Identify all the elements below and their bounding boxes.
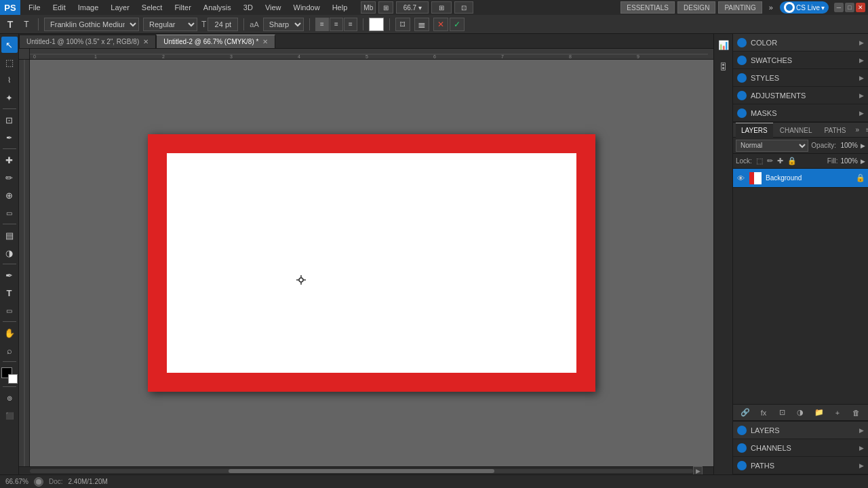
channels-list-panel-item[interactable]: CHANNELS ▶ [733, 439, 868, 457]
paths-list-arrow[interactable]: ▶ [859, 462, 864, 469]
tool-zoom[interactable]: ⌕ [1, 342, 18, 359]
layer-mask-button[interactable]: ⊡ [776, 407, 788, 419]
swatches-expand-arrow[interactable]: ▶ [859, 57, 864, 64]
anti-alias-select[interactable]: Sharp Smooth Strong Crisp None [263, 18, 304, 31]
tab-channel[interactable]: CHANNEL [774, 123, 818, 138]
scroll-right-arrow[interactable]: ▶ [693, 466, 703, 475]
lock-all-icon[interactable]: 🔒 [787, 157, 797, 165]
view-mode-btn[interactable]: ⊞ [431, 1, 452, 14]
layer-visibility-icon[interactable]: 👁 [736, 174, 745, 183]
window-close[interactable]: ✕ [856, 3, 865, 12]
tool-move[interactable]: ↖ [1, 37, 18, 53]
menu-file[interactable]: File [23, 2, 46, 13]
tool-heal[interactable]: ✚ [1, 152, 18, 168]
delete-layer-button[interactable]: 🗑 [850, 407, 862, 419]
tab2-close[interactable]: ✕ [262, 39, 268, 45]
panel-styles[interactable]: STYLES ▶ [733, 69, 868, 87]
panel-swatches[interactable]: SWATCHES ▶ [733, 52, 868, 69]
menu-select[interactable]: Select [136, 2, 168, 13]
menu-help[interactable]: Help [327, 2, 353, 13]
lock-pixels-icon[interactable]: ✏ [767, 157, 773, 165]
menu-filter[interactable]: Filter [169, 2, 196, 13]
tool-eyedropper[interactable]: ✒ [1, 129, 18, 146]
tab-paths[interactable]: PATHS [819, 123, 852, 138]
menu-window[interactable]: Window [288, 2, 326, 13]
status-icon[interactable] [34, 477, 43, 487]
toolbar-mb-icon[interactable]: Mb [361, 1, 376, 14]
fg-bg-colors[interactable] [1, 367, 18, 384]
opacity-arrow[interactable]: ▶ [861, 142, 865, 149]
tab-untitled2[interactable]: Untitled-2 @ 66.7% (CMYK/8) * ✕ [156, 35, 275, 48]
adjustments-expand-arrow[interactable]: ▶ [859, 92, 864, 99]
menu-3d[interactable]: 3D [238, 2, 258, 13]
adjustments-icon-btn[interactable]: 🎛 [715, 58, 732, 75]
panel-adjustments[interactable]: ADJUSTMENTS ▶ [733, 87, 868, 104]
styles-expand-arrow[interactable]: ▶ [859, 75, 864, 81]
confirm-button[interactable]: ✓ [450, 18, 465, 31]
new-layer-button[interactable]: + [831, 407, 844, 419]
layers-panel-menu[interactable]: ≡ [863, 125, 868, 135]
font-style-select[interactable]: Regular [143, 18, 197, 31]
menu-view[interactable]: View [260, 2, 287, 13]
menu-image[interactable]: Image [73, 2, 104, 13]
histogram-icon-btn[interactable]: 📊 [715, 37, 732, 53]
tab-layers[interactable]: LAYERS [736, 123, 773, 138]
blend-mode-select[interactable]: Normal Multiply Screen [736, 140, 808, 152]
window-maximize[interactable]: □ [845, 3, 854, 12]
opacity-value[interactable]: 100% [839, 142, 858, 149]
workspace-essentials[interactable]: ESSENTIALS [620, 1, 675, 14]
panel-masks[interactable]: MASKS ▶ [733, 104, 868, 122]
tool-type[interactable]: T [1, 285, 18, 301]
tab1-close[interactable]: ✕ [143, 39, 149, 45]
extras-btn[interactable]: ⊡ [454, 1, 473, 14]
text-orientation-icon[interactable]: T [20, 18, 33, 30]
adjustment-layer-button[interactable]: ◑ [794, 407, 806, 419]
paths-list-panel-item[interactable]: PATHS ▶ [733, 457, 868, 474]
align-left-button[interactable]: ≡ [315, 18, 329, 31]
workspace-painting[interactable]: PAINTING [718, 1, 762, 14]
fill-arrow[interactable]: ▶ [861, 158, 865, 165]
layer-background[interactable]: 👁 Background 🔒 [733, 169, 868, 188]
menu-edit[interactable]: Edit [47, 2, 71, 13]
window-minimize[interactable]: ─ [834, 3, 844, 12]
warp-text-button[interactable]: ⌑ [395, 18, 410, 31]
align-right-button[interactable]: ≡ [344, 18, 357, 31]
tool-lasso[interactable]: ⌇ [1, 72, 18, 88]
zoom-level[interactable]: 66.7 ▾ [396, 1, 429, 14]
font-family-select[interactable]: Franklin Gothic Medium [44, 18, 139, 31]
toolbar-mb2-icon[interactable]: ⊞ [378, 1, 393, 14]
cancel-button[interactable]: ✕ [433, 18, 448, 31]
layers-panel-arrow[interactable]: » [852, 125, 862, 135]
tool-shape[interactable]: ▭ [1, 302, 18, 319]
panel-color[interactable]: COLOR ▶ [733, 34, 868, 52]
tool-magic-wand[interactable]: ✦ [1, 89, 18, 106]
tool-eraser[interactable]: ▭ [1, 205, 18, 221]
font-size-input[interactable] [208, 18, 238, 31]
channels-list-arrow[interactable]: ▶ [859, 445, 864, 451]
tab-untitled1[interactable]: Untitled-1 @ 100% (3.5" x 2", RGB/8) ✕ [19, 35, 156, 48]
lock-position-icon[interactable]: ✚ [777, 157, 783, 165]
tool-crop[interactable]: ⊡ [1, 112, 18, 128]
masks-expand-arrow[interactable]: ▶ [859, 110, 864, 117]
lock-transparency-icon[interactable]: ⬚ [756, 157, 763, 165]
tool-hand[interactable]: ✋ [1, 325, 18, 341]
horizontal-scrollbar[interactable]: ▶ [19, 466, 713, 474]
fill-value[interactable]: 100% [840, 157, 858, 165]
tool-clone[interactable]: ⊕ [1, 187, 18, 203]
layers-list-arrow[interactable]: ▶ [859, 427, 864, 434]
tool-pen[interactable]: ✒ [1, 267, 18, 283]
layer-group-button[interactable]: 📁 [813, 407, 825, 419]
tool-screen-mode[interactable]: ⬛ [1, 407, 18, 424]
text-color-swatch[interactable] [369, 18, 384, 31]
layers-list-panel-item[interactable]: LAYERS ▶ [733, 422, 868, 439]
menu-analysis[interactable]: Analysis [198, 2, 237, 13]
workspace-expand[interactable]: » [765, 2, 777, 13]
canvas-viewport[interactable] [30, 60, 713, 466]
tool-quick-mask[interactable]: ⊚ [1, 390, 18, 406]
text-tool-icon[interactable]: T [4, 18, 16, 30]
link-layers-button[interactable]: 🔗 [739, 407, 751, 419]
menu-layer[interactable]: Layer [105, 2, 135, 13]
workspace-design[interactable]: DESIGN [677, 1, 715, 14]
tool-brush[interactable]: ✏ [1, 169, 18, 186]
tool-dodge[interactable]: ◑ [1, 245, 18, 261]
